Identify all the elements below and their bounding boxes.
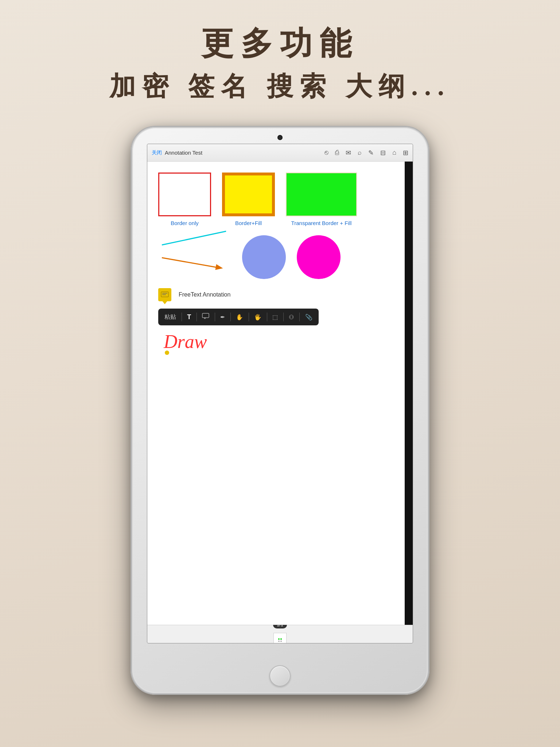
separator-8 — [299, 313, 300, 321]
screen: 关闭 Annotation Test ⎋ ⎙ ✉ ⌕ ✎ ⊟ ⌂ ⊞ Bord — [147, 144, 413, 643]
paste-button[interactable]: 粘贴 — [164, 313, 176, 321]
transparent-label: Transparent Border + Fill — [291, 220, 352, 226]
gesture-button[interactable]: 🖐 — [254, 314, 261, 321]
transparent-rect-inner — [287, 173, 356, 216]
hand-button[interactable]: ✋ — [236, 314, 243, 321]
arrow-container — [162, 257, 220, 258]
separator-5 — [249, 313, 249, 321]
thumbnail-dots — [278, 638, 282, 642]
thumb-dot-3 — [278, 640, 280, 642]
mail-icon[interactable]: ✉ — [346, 149, 351, 157]
shapes-row: Border only Border+Fill Transparent Bord… — [158, 173, 402, 226]
print-icon[interactable]: ⎙ — [335, 149, 339, 156]
separator-6 — [267, 313, 267, 321]
app-toolbar: 关闭 Annotation Test ⎋ ⎙ ✉ ⌕ ✎ ⊟ ⌂ ⊞ — [147, 144, 413, 162]
edit-icon[interactable]: ✎ — [368, 149, 374, 157]
separator-1 — [182, 313, 182, 321]
thumbnail[interactable] — [273, 633, 287, 643]
lines-circles-row — [158, 237, 402, 277]
grid-icon[interactable]: ⊞ — [403, 149, 408, 157]
circle-purple — [242, 235, 286, 279]
home-button-area — [269, 643, 291, 694]
draw-handwriting: Draw — [164, 331, 402, 352]
annotation-toolbar: 粘贴 T ✒ ✋ 🖐 ⬚ ⚇ — [158, 309, 319, 325]
circle-magenta — [297, 235, 341, 279]
shape-border-fill: Border+Fill — [222, 173, 275, 226]
home-button[interactable] — [269, 665, 291, 686]
thumbnail-bar: 1/1 — [147, 625, 413, 643]
note-row: FreeText Annotation — [158, 288, 402, 301]
page-content: Border only Border+Fill Transparent Bord… — [147, 162, 413, 625]
separator-2 — [197, 313, 197, 321]
pen-button[interactable]: ✒ — [220, 314, 225, 321]
orange-arrow-line — [162, 257, 219, 268]
border-fill-label: Border+Fill — [235, 220, 262, 226]
camera — [277, 135, 283, 140]
stamp-button[interactable]: 📎 — [305, 314, 312, 321]
thumb-dot-4 — [280, 640, 282, 642]
lines-container — [158, 237, 231, 277]
text-button[interactable]: T — [187, 313, 191, 321]
freetext-label: FreeText Annotation — [179, 291, 230, 298]
ipad-frame: 关闭 Annotation Test ⎋ ⎙ ✉ ⌕ ✎ ⊟ ⌂ ⊞ Bord — [131, 126, 429, 695]
arrow-head — [215, 264, 223, 271]
shape-border-only: Border only — [158, 173, 211, 226]
share-icon[interactable]: ⎋ — [324, 149, 328, 156]
shape-transparent: Transparent Border + Fill — [286, 173, 357, 226]
svg-rect-0 — [161, 292, 168, 297]
separator-3 — [215, 313, 215, 321]
separator-4 — [230, 313, 231, 321]
bookmark-icon[interactable]: ⌂ — [392, 149, 396, 156]
svg-marker-4 — [204, 318, 206, 319]
image-button[interactable]: ⬚ — [272, 314, 278, 321]
transparent-rect — [286, 173, 357, 216]
right-scroll-bar — [405, 162, 413, 625]
border-only-label: Border only — [171, 220, 199, 226]
border-only-rect — [158, 173, 211, 216]
toolbar-title: Annotation Test — [165, 150, 202, 156]
header-line2: 加密 签名 搜索 大纲... — [109, 69, 451, 104]
comment-button[interactable] — [202, 313, 209, 321]
svg-rect-3 — [202, 313, 209, 318]
search-icon[interactable]: ⌕ — [358, 149, 362, 156]
border-fill-rect — [222, 173, 275, 216]
book-icon[interactable]: ⊟ — [380, 149, 386, 157]
cyan-line — [162, 231, 226, 245]
header-line1: 更多功能 — [109, 22, 451, 65]
close-button[interactable]: 关闭 — [152, 150, 162, 156]
note-icon — [158, 288, 171, 301]
thumb-dot-1 — [278, 638, 280, 640]
thumb-dot-2 — [280, 638, 282, 640]
separator-7 — [283, 313, 284, 321]
link-button[interactable]: ⚇ — [289, 314, 294, 321]
toolbar-icons: ⎋ ⎙ ✉ ⌕ ✎ ⊟ ⌂ ⊞ — [324, 149, 408, 157]
